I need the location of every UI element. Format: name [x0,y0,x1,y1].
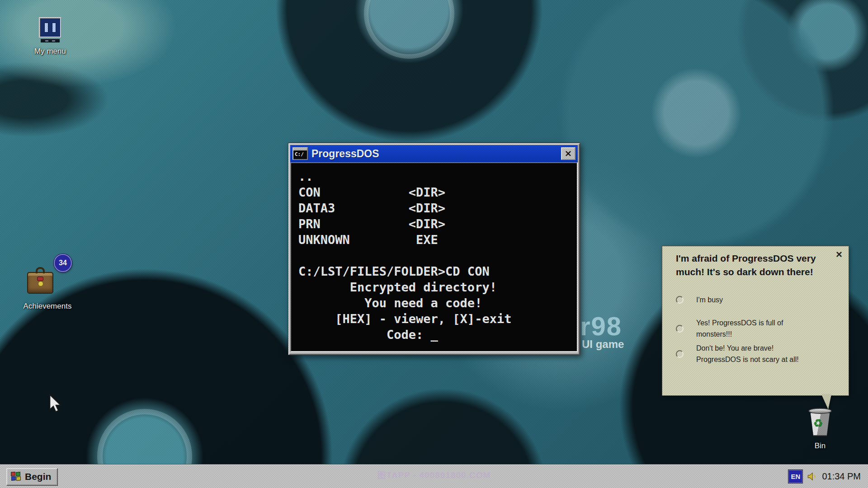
cd-ring-decoration [364,0,454,59]
bin-speech-note: I'm afraid of ProgressDOS very much! It'… [662,246,849,396]
desktop-icon-label: Achievements [24,302,72,311]
close-icon[interactable]: × [836,249,842,260]
tray-clock[interactable]: 01:34 PM [822,471,861,482]
progressdos-window: C:/ ProgressDOS × .. CON <DIR> DATA3 <DI… [288,143,580,355]
progressdos-titlebar[interactable]: C:/ ProgressDOS × [290,145,578,162]
radio-button[interactable] [676,296,684,304]
radio-button[interactable] [676,350,684,358]
close-icon[interactable]: × [561,147,576,160]
my-menu-icon-reflection [41,39,60,42]
desktop-icon-bin[interactable]: ♻ Bin [798,408,842,450]
dos-console[interactable]: .. CON <DIR> DATA3 <DIR> PRN <DIR> UNKNO… [290,162,578,352]
my-menu-icon [39,17,61,38]
wallpaper-watermark-small: UI game [582,338,624,351]
note-message: I'm afraid of ProgressDOS very much! It'… [676,252,825,279]
screen: r98 UI game My menu 34 Achievements ♻ Bi… [0,0,868,488]
radio-label[interactable]: I'm busy [696,294,809,305]
radio-button[interactable] [676,325,684,333]
note-option-busy: I'm busy [676,294,840,305]
recycle-icon: ♻ [813,417,823,430]
note-option-monsters: Yes! ProgressDOS is full of monsters!!! [676,317,840,340]
note-option-brave: Don't be! You are brave! ProgressDOS is … [676,343,840,365]
recycle-bin-icon: ♻ [808,408,832,437]
begin-flag-icon [11,471,21,482]
wallpaper-watermark-large: r98 [580,311,622,341]
note-options: I'm busy Yes! ProgressDOS is full of mon… [676,294,840,365]
msdos-icon: C:/ [292,147,308,160]
taskbar: Begin 图TAPP - 400891800.COM EN 01:34 PM [0,465,868,488]
window-title: ProgressDOS [311,148,557,160]
begin-button-label: Begin [25,471,51,482]
speaker-icon[interactable] [807,472,817,481]
radio-label[interactable]: Yes! ProgressDOS is full of monsters!!! [696,317,809,340]
system-tray: EN 01:34 PM [788,470,861,483]
speech-bubble-tail [821,394,831,409]
desktop-icon-my-menu[interactable]: My menu [25,17,75,56]
desktop-icon-label: My menu [34,47,66,56]
taskbar-watermark: 图TAPP - 400891800.COM [377,469,491,481]
dos-console-text: .. CON <DIR> DATA3 <DIR> PRN <DIR> UNKNO… [291,163,577,348]
mouse-cursor [49,394,62,415]
begin-start-button[interactable]: Begin [6,468,57,485]
radio-label[interactable]: Don't be! You are brave! ProgressDOS is … [696,343,809,365]
desktop-icon-achievements[interactable]: 34 Achievements [13,254,82,311]
desktop-icon-label: Bin [815,441,826,450]
language-indicator[interactable]: EN [788,470,802,483]
achievements-count-badge: 34 [54,254,72,272]
briefcase-icon [27,272,53,294]
